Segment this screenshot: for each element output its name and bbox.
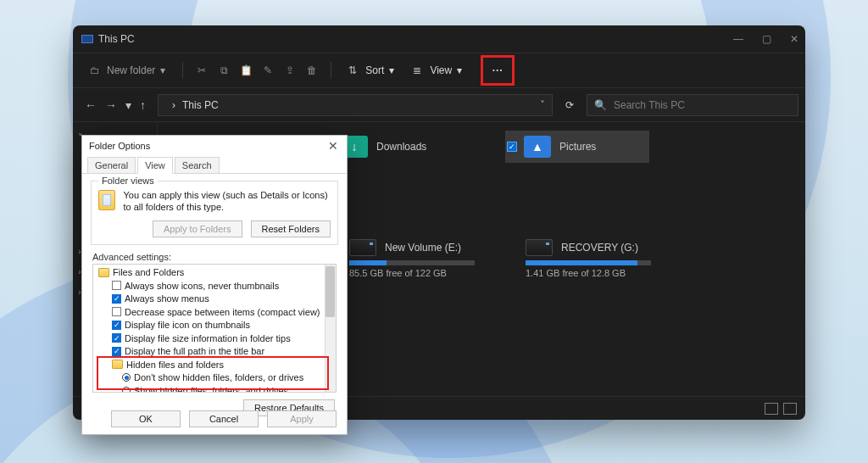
folder-name: Downloads [376,141,426,153]
titlebar: This PC — ▢ ✕ [73,25,805,53]
folder-tile[interactable]: ✓▲Pictures [505,131,649,163]
navbar: ← → ▾ ↑ › This PC ˅ ⟳ 🔍 Search This PC [73,88,805,122]
folder-options-dialog: Folder Options ✕ General View Search Fol… [81,135,348,435]
drive-icon [526,239,553,256]
folder-views-legend: Folder views [98,176,158,186]
folder-icon [98,268,109,277]
chevron-right-icon: › [172,99,175,111]
tab-view[interactable]: View [137,157,173,174]
new-folder-button[interactable]: 🗀 New folder ▾ [83,61,170,80]
toolbar: 🗀 New folder ▾ ✂ ⧉ 📋 ✎ ⇪ 🗑 Sort ▾ View ▾… [73,53,805,88]
option-label: Display file size information in folder … [125,333,291,343]
apply-to-folders-button[interactable]: Apply to Folders [153,220,242,237]
window-title: This PC [98,33,135,45]
folder-views-group: Folder views You can apply this view (su… [91,181,338,245]
chevron-down-icon[interactable]: ▾ [125,98,131,112]
option-label: Always show icons, never thumbnails [125,281,279,291]
search-input[interactable]: 🔍 Search This PC [587,94,798,116]
advanced-settings-label: Advanced settings: [92,252,337,262]
more-button[interactable]: ··· [484,59,511,82]
folder-views-icon [98,190,115,210]
tree-group: Files and Folders [113,267,184,277]
minimize-button[interactable]: — [733,33,743,45]
chevron-down-icon: ▾ [389,64,394,76]
checkbox[interactable]: ✓ [112,347,121,356]
close-button[interactable]: ✕ [325,139,342,153]
checkbox[interactable] [112,307,121,316]
drive-usage-bar [526,260,651,265]
chevron-down-icon: ▾ [457,64,462,76]
checkbox[interactable] [112,281,121,290]
layout-details-icon[interactable] [765,403,778,415]
folder-views-desc: You can apply this view (such as Details… [124,190,331,214]
close-button[interactable]: ✕ [790,33,798,45]
cancel-button[interactable]: Cancel [189,410,259,427]
delete-icon[interactable]: 🗑 [305,64,319,77]
checkbox-icon[interactable]: ✓ [507,142,517,152]
refresh-button[interactable]: ⟳ [559,99,580,111]
more-button-highlight: ··· [481,55,515,86]
rename-icon[interactable]: ✎ [261,64,275,77]
folder-icon: ▲ [524,136,551,158]
drive-usage-bar [349,260,475,265]
sort-button[interactable]: Sort ▾ [343,62,399,79]
folder-name: Pictures [559,141,596,153]
dialog-title: Folder Options [89,141,150,151]
option-label: Decrease space between items (compact vi… [125,307,320,317]
chevron-down-icon: ▾ [160,64,165,76]
drive-name: New Volume (E:) [385,242,461,254]
dialog-titlebar: Folder Options ✕ [82,136,347,155]
search-icon: 🔍 [594,99,607,111]
checkbox[interactable]: ✓ [112,321,121,330]
copy-icon[interactable]: ⧉ [217,64,231,77]
breadcrumb[interactable]: This PC [182,99,219,111]
hidden-files-highlight [97,356,329,390]
checkbox[interactable]: ✓ [112,333,121,343]
folder-tile[interactable]: ↓Downloads [339,131,483,163]
this-pc-icon [81,35,93,43]
back-button[interactable]: ← [85,98,97,112]
drive-free-text: 1.41 GB free of 12.8 GB [526,268,680,278]
paste-icon[interactable]: 📋 [239,64,253,77]
cut-icon[interactable]: ✂ [195,64,209,77]
chevron-down-icon[interactable]: ˅ [540,99,545,111]
forward-button[interactable]: → [105,98,117,112]
layout-tiles-icon[interactable] [783,403,797,415]
new-folder-icon: 🗀 [88,64,102,77]
drive-name: RECOVERY (G:) [561,242,638,254]
tab-search[interactable]: Search [175,157,220,174]
ok-button[interactable]: OK [111,410,181,427]
address-bar[interactable]: › This PC ˅ [158,94,553,116]
scrollbar-thumb[interactable] [326,266,335,317]
advanced-settings-list[interactable]: Files and FoldersAlways show icons, neve… [92,264,337,393]
drive-icon [349,239,376,256]
option-label: Display file icon on thumbnails [125,320,250,330]
maximize-button[interactable]: ▢ [762,33,771,45]
tab-general[interactable]: General [87,157,136,174]
share-icon[interactable]: ⇪ [283,64,297,77]
view-button[interactable]: View ▾ [408,62,467,79]
drive-tile[interactable]: RECOVERY (G:)1.41 GB free of 12.8 GB [526,239,680,278]
drive-tile[interactable]: New Volume (E:)85.5 GB free of 122 GB [349,239,504,278]
up-button[interactable]: ↑ [140,98,146,112]
apply-button[interactable]: Apply [267,410,337,427]
checkbox[interactable]: ✓ [112,294,121,304]
reset-folders-button[interactable]: Reset Folders [251,220,331,237]
option-label: Always show menus [125,293,209,304]
dialog-tabs: General View Search [82,155,347,174]
drive-free-text: 85.5 GB free of 122 GB [349,268,504,278]
option-label: Display the full path in the title bar [125,346,264,356]
